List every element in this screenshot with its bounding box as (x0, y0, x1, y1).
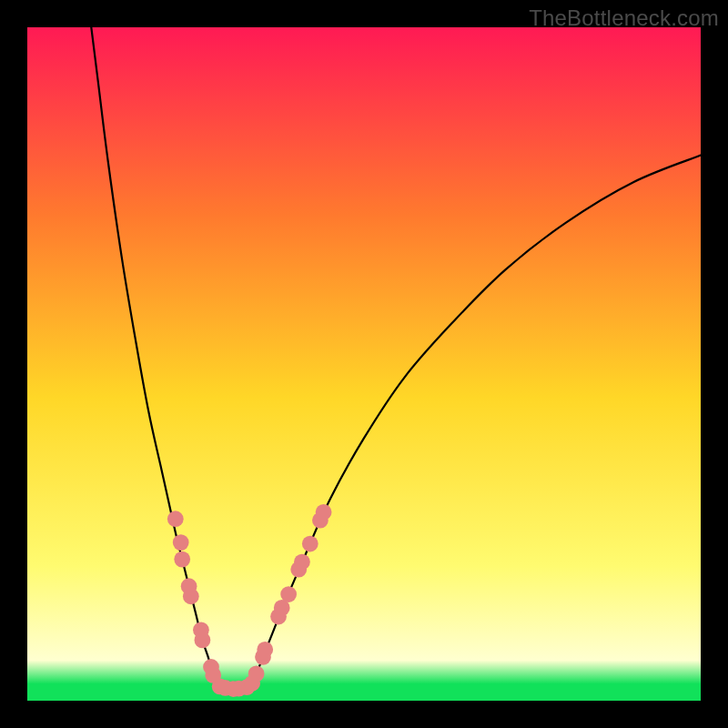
highlight-dot (302, 536, 318, 552)
highlight-dots-group (167, 504, 332, 697)
highlight-dot (248, 666, 265, 682)
highlight-dot (280, 586, 297, 602)
watermark-label: TheBottleneck.com (529, 5, 719, 31)
highlight-dot (167, 511, 184, 527)
highlight-dot (183, 588, 199, 604)
highlight-dot (173, 534, 189, 551)
highlight-dot (294, 554, 310, 571)
highlight-dot (174, 551, 190, 568)
highlight-dot (316, 504, 332, 521)
outer-frame: TheBottleneck.com (0, 0, 728, 728)
highlight-dot (195, 632, 211, 649)
highlight-dot (257, 642, 273, 658)
chart-svg (27, 27, 701, 701)
plot-area (27, 27, 701, 701)
